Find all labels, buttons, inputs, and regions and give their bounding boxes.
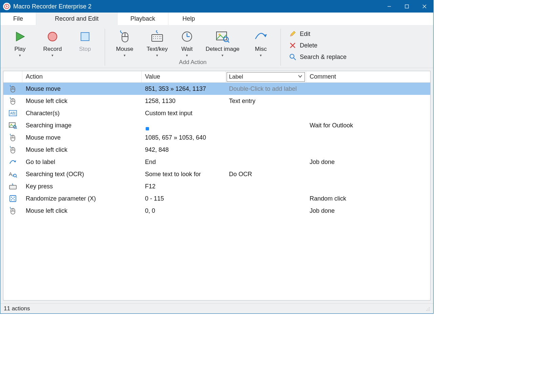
caret-icon: ▾ [51, 53, 54, 58]
app-window: Macro Recorder Enterprise 2 File Record … [0, 0, 434, 314]
table-row[interactable]: Mouse left click0, 0Job done [3, 205, 430, 217]
col-action[interactable]: Action [22, 71, 142, 82]
cell-action: Searching text (OCR) [22, 171, 142, 178]
mouse-icon [119, 29, 130, 44]
table-row[interactable]: Searching imageWait for Outlook [3, 119, 430, 131]
svg-point-80 [429, 310, 430, 311]
cell-action: Randomize parameter (X) [22, 195, 142, 202]
pencil-icon [289, 30, 296, 38]
ribbon: Play ▾ Record ▾ Stop Mouse [0, 25, 433, 68]
table-row[interactable]: Mouse move851, 353 » 1264, 1137Double-Cl… [3, 83, 430, 95]
cell-value: End [142, 159, 226, 166]
caret-icon: ▾ [186, 53, 188, 58]
svg-point-75 [429, 307, 430, 308]
abi-icon: AB| [3, 110, 22, 116]
mouse-icon [3, 133, 22, 142]
add-mouse-button[interactable]: Mouse ▾ [108, 27, 141, 58]
random-icon [3, 195, 22, 202]
svg-point-70 [11, 199, 12, 200]
wait-label: Wait [181, 46, 192, 53]
add-wait-button[interactable]: Wait ▾ [173, 27, 201, 58]
svg-rect-7 [81, 33, 89, 41]
table-row[interactable]: AB|Character(s)Custom text input [3, 107, 430, 119]
delete-label: Delete [300, 42, 317, 49]
table-row[interactable]: AaSearching text (OCR)Some text to look … [3, 168, 430, 180]
cell-action: Go to label [22, 159, 142, 166]
label-combo-text: Label [229, 74, 243, 80]
cell-comment: Job done [306, 159, 430, 166]
mouse-icon [3, 97, 22, 105]
statusbar: 11 actions [0, 303, 433, 313]
tab-file-label: File [13, 15, 23, 22]
caret-icon: ▾ [260, 53, 262, 58]
svg-point-79 [428, 310, 428, 311]
svg-point-78 [426, 310, 427, 311]
cell-action: Key press [22, 183, 142, 190]
table-row[interactable]: Mouse left click942, 848 [3, 144, 430, 156]
mouse-label: Mouse [116, 46, 133, 53]
cell-action: Mouse move [22, 85, 142, 92]
detect-label: Detect image [206, 46, 239, 53]
search-replace-label: Search & replace [300, 54, 347, 61]
col-comment[interactable]: Comment [306, 71, 430, 82]
record-button[interactable]: Record ▾ [36, 27, 69, 58]
cell-action: Mouse left click [22, 207, 142, 214]
keyboard-icon [150, 29, 164, 44]
chevron-down-icon [298, 74, 303, 80]
table-row[interactable]: Key pressF12 [3, 180, 430, 192]
table-row[interactable]: Go to labelEndJob done [3, 156, 430, 168]
svg-point-32 [290, 54, 294, 58]
play-label: Play [14, 46, 25, 53]
add-misc-button[interactable]: Misc ▾ [245, 27, 277, 58]
maximize-button[interactable] [398, 0, 416, 13]
table-body[interactable]: Mouse move851, 353 » 1264, 1137Double-Cl… [3, 83, 430, 300]
tab-file[interactable]: File [0, 13, 36, 25]
edit-action[interactable]: Edit [289, 30, 347, 38]
search-icon [289, 53, 296, 61]
svg-line-28 [228, 41, 229, 43]
resize-grip-icon[interactable] [425, 306, 430, 311]
mouse-icon [3, 207, 22, 215]
svg-text:AB|: AB| [10, 111, 16, 115]
table-row[interactable]: Mouse move1085, 657 » 1053, 640 [3, 131, 430, 144]
tab-playback-label: Playback [130, 15, 155, 22]
close-button[interactable] [416, 0, 433, 13]
minimize-button[interactable] [380, 0, 398, 13]
playback-group: Play ▾ Record ▾ Stop [4, 27, 101, 65]
ocr-icon: Aa [3, 171, 22, 178]
col-value[interactable]: Value [142, 71, 226, 82]
add-detect-image-button[interactable]: Detect image ▾ [201, 27, 245, 58]
tab-record-edit[interactable]: Record and Edit [36, 13, 118, 25]
play-button[interactable]: Play ▾ [4, 27, 36, 58]
caret-icon: ▾ [124, 53, 126, 58]
image-search-icon [216, 29, 229, 44]
table-row[interactable]: Randomize parameter (X)0 - 115Random cli… [3, 192, 430, 205]
cell-label: Do OCR [226, 171, 306, 178]
goto-icon [3, 159, 22, 165]
add-action-group: Mouse ▾ Text/key ▾ Wait ▾ Detect image ▾ [108, 27, 277, 67]
stop-label: Stop [79, 46, 91, 53]
tab-playback[interactable]: Playback [118, 13, 168, 25]
cell-action: Mouse move [22, 134, 142, 141]
cell-value: F12 [142, 183, 226, 190]
caret-icon: ▾ [19, 53, 21, 58]
mouse-icon [3, 146, 22, 154]
delete-icon [289, 42, 296, 49]
record-icon [47, 29, 58, 44]
caret-icon: ▾ [222, 53, 224, 58]
search-replace-action[interactable]: Search & replace [289, 53, 347, 61]
cell-label: Double-Click to add label [226, 85, 306, 92]
table-row[interactable]: Mouse left click1258, 1130Text entry [3, 95, 430, 107]
label-filter-combo[interactable]: Label [227, 72, 305, 82]
side-actions: Edit Delete Search & replace [284, 27, 350, 61]
svg-rect-2 [405, 5, 409, 8]
svg-point-44 [14, 126, 16, 128]
svg-point-71 [14, 199, 15, 200]
status-text: 11 actions [4, 305, 30, 312]
add-textkey-button[interactable]: Text/key ▾ [141, 27, 173, 58]
delete-action[interactable]: Delete [289, 42, 347, 49]
col-icon[interactable] [3, 71, 22, 82]
col-label[interactable]: Label [226, 71, 306, 82]
tab-help[interactable]: Help [168, 13, 209, 25]
cell-value: 0, 0 [142, 207, 226, 214]
